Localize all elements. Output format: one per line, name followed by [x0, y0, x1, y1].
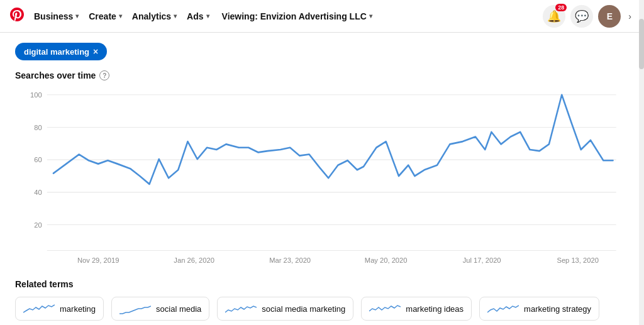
marketing-sparkline [23, 301, 55, 316]
svg-text:Jan 26, 2020: Jan 26, 2020 [174, 256, 214, 264]
social-media-sparkline [119, 301, 151, 316]
svg-text:20: 20 [34, 221, 42, 229]
svg-text:40: 40 [34, 189, 42, 196]
digital-marketing-tag[interactable]: digital marketing × [15, 43, 107, 60]
nav-analytics[interactable]: Analytics ▾ [127, 9, 182, 24]
related-item-marketing-ideas[interactable]: marketing ideas [361, 297, 472, 321]
marketing-ideas-sparkline [369, 301, 401, 316]
scrollbar-track [639, 0, 644, 325]
svg-text:Jul 17, 2020: Jul 17, 2020 [463, 256, 501, 264]
tag-row: digital marketing × [15, 43, 629, 60]
svg-text:80: 80 [34, 123, 42, 131]
related-item-social-media[interactable]: social media [111, 297, 209, 321]
nav-create-label: Create [89, 11, 116, 21]
nav-create[interactable]: Create ▾ [84, 9, 127, 24]
related-title: Related terms [15, 279, 629, 289]
related-item-label-marketing: marketing [60, 304, 96, 314]
tag-label: digital marketing [24, 47, 89, 57]
nav-business-label: Business [34, 11, 73, 21]
help-icon[interactable]: ? [99, 70, 109, 80]
messages-button[interactable]: 💬 [570, 5, 593, 28]
nav-analytics-label: Analytics [132, 11, 171, 21]
related-item-marketing-strategy[interactable]: marketing strategy [479, 297, 599, 321]
notification-badge: 28 [555, 4, 567, 11]
nav-viewing-label: Viewing: Envizion Advertising LLC [222, 11, 367, 21]
svg-text:100: 100 [30, 91, 42, 99]
related-items-container: marketing social media social media mark… [15, 297, 629, 321]
marketing-strategy-sparkline [487, 301, 519, 316]
chart-title-text: Searches over time [15, 70, 96, 80]
svg-text:Sep 13, 2020: Sep 13, 2020 [557, 256, 598, 264]
chart-section-title: Searches over time ? [15, 70, 629, 80]
nav-ads[interactable]: Ads ▾ [182, 9, 214, 24]
related-section: Related terms marketing social media soc… [15, 279, 629, 321]
pinterest-logo[interactable] [10, 8, 24, 25]
nav-ads-label: Ads [187, 11, 203, 21]
searches-chart: 100 80 60 40 20 Nov 29, 2019 Jan 26, 202… [15, 88, 629, 264]
nav-analytics-chevron: ▾ [174, 13, 177, 19]
svg-text:May 20, 2020: May 20, 2020 [365, 256, 408, 264]
related-item-label-social-media: social media [156, 304, 201, 314]
svg-text:Nov 29, 2019: Nov 29, 2019 [77, 256, 119, 264]
nav-more-button[interactable]: › [626, 9, 634, 24]
nav-viewing-chevron: ▾ [369, 13, 372, 19]
related-item-label-marketing-strategy: marketing strategy [524, 304, 591, 314]
related-item-marketing[interactable]: marketing [15, 297, 104, 321]
nav-ads-chevron: ▾ [206, 13, 209, 19]
svg-text:Mar 23, 2020: Mar 23, 2020 [269, 256, 311, 264]
nav-business[interactable]: Business ▾ [29, 9, 84, 24]
avatar[interactable]: E [598, 5, 621, 28]
related-item-social-media-marketing[interactable]: social media marketing [217, 297, 353, 321]
social-media-marketing-sparkline [225, 301, 257, 316]
nav-right: 🔔 28 💬 E › [543, 5, 634, 28]
related-item-label-marketing-ideas: marketing ideas [406, 304, 464, 314]
tag-close-button[interactable]: × [93, 47, 98, 57]
chart-container: 100 80 60 40 20 Nov 29, 2019 Jan 26, 202… [15, 88, 629, 264]
main-content: digital marketing × Searches over time ?… [0, 33, 644, 325]
nav-create-chevron: ▾ [119, 13, 122, 19]
nav-business-chevron: ▾ [75, 13, 79, 19]
navbar: Business ▾ Create ▾ Analytics ▾ Ads ▾ Vi… [0, 0, 644, 33]
svg-text:60: 60 [34, 156, 42, 163]
nav-viewing[interactable]: Viewing: Envizion Advertising LLC ▾ [222, 11, 372, 21]
notification-button[interactable]: 🔔 28 [543, 5, 565, 28]
scrollbar-thumb[interactable] [639, 19, 644, 69]
related-item-label-social-media-marketing: social media marketing [262, 304, 345, 314]
